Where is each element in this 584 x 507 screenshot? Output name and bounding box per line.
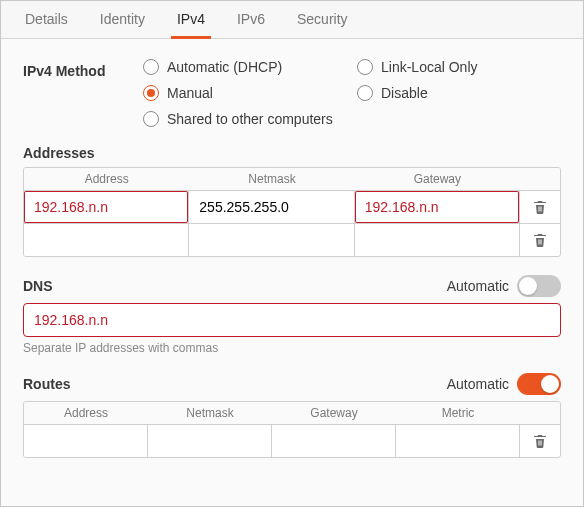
tab-details[interactable]: Details bbox=[9, 1, 84, 38]
netmask-input[interactable] bbox=[189, 224, 353, 256]
routes-header-address: Address bbox=[24, 402, 148, 424]
ipv4-method-label: IPv4 Method bbox=[23, 59, 143, 79]
ipv4-method-section: IPv4 Method Automatic (DHCP) Link-Local … bbox=[23, 59, 561, 127]
trash-icon bbox=[532, 433, 548, 449]
address-row bbox=[24, 190, 560, 223]
radio-icon bbox=[143, 85, 159, 101]
trash-icon bbox=[532, 232, 548, 248]
routes-automatic-label: Automatic bbox=[447, 376, 509, 392]
dns-automatic-switch[interactable] bbox=[517, 275, 561, 297]
dns-input[interactable] bbox=[23, 303, 561, 337]
dns-automatic-label: Automatic bbox=[447, 278, 509, 294]
network-settings-window: Details Identity IPv4 IPv6 Security IPv4… bbox=[0, 0, 584, 507]
radio-icon bbox=[357, 85, 373, 101]
trash-icon bbox=[532, 199, 548, 215]
radio-disable[interactable]: Disable bbox=[357, 85, 561, 101]
routes-header-row: Routes Automatic bbox=[23, 373, 561, 395]
tab-identity[interactable]: Identity bbox=[84, 1, 161, 38]
addresses-title: Addresses bbox=[23, 145, 561, 161]
radio-link-local[interactable]: Link-Local Only bbox=[357, 59, 561, 75]
route-gateway-input[interactable] bbox=[272, 425, 395, 457]
routes-title: Routes bbox=[23, 376, 70, 392]
route-address-input[interactable] bbox=[24, 425, 147, 457]
route-metric-input[interactable] bbox=[396, 425, 519, 457]
radio-automatic-dhcp[interactable]: Automatic (DHCP) bbox=[143, 59, 347, 75]
addresses-header-netmask: Netmask bbox=[189, 168, 354, 190]
routes-header-netmask: Netmask bbox=[148, 402, 272, 424]
dns-title: DNS bbox=[23, 278, 53, 294]
routes-header-metric: Metric bbox=[396, 402, 520, 424]
addresses-table: Address Netmask Gateway bbox=[23, 167, 561, 257]
dns-hint: Separate IP addresses with commas bbox=[23, 341, 561, 355]
routes-header-spacer bbox=[520, 402, 560, 424]
gateway-input[interactable] bbox=[355, 191, 519, 223]
gateway-input[interactable] bbox=[355, 224, 519, 256]
delete-row-button[interactable] bbox=[520, 224, 560, 256]
ipv4-method-options: Automatic (DHCP) Link-Local Only Manual … bbox=[143, 59, 561, 127]
content-area: IPv4 Method Automatic (DHCP) Link-Local … bbox=[1, 39, 583, 486]
addresses-header-gateway: Gateway bbox=[355, 168, 520, 190]
delete-route-button[interactable] bbox=[520, 425, 560, 457]
address-input[interactable] bbox=[24, 224, 188, 256]
address-row bbox=[24, 223, 560, 256]
route-row bbox=[24, 424, 560, 457]
tab-bar: Details Identity IPv4 IPv6 Security bbox=[1, 1, 583, 39]
radio-icon bbox=[143, 111, 159, 127]
tab-ipv4[interactable]: IPv4 bbox=[161, 1, 221, 38]
radio-manual[interactable]: Manual bbox=[143, 85, 347, 101]
routes-automatic-switch[interactable] bbox=[517, 373, 561, 395]
radio-icon bbox=[357, 59, 373, 75]
routes-header-gateway: Gateway bbox=[272, 402, 396, 424]
radio-shared[interactable]: Shared to other computers bbox=[143, 111, 561, 127]
radio-icon bbox=[143, 59, 159, 75]
addresses-header-address: Address bbox=[24, 168, 189, 190]
tab-security[interactable]: Security bbox=[281, 1, 364, 38]
delete-row-button[interactable] bbox=[520, 191, 560, 223]
tab-ipv6[interactable]: IPv6 bbox=[221, 1, 281, 38]
netmask-input[interactable] bbox=[189, 191, 353, 223]
addresses-header: Address Netmask Gateway bbox=[24, 168, 560, 190]
dns-header-row: DNS Automatic bbox=[23, 275, 561, 297]
routes-header: Address Netmask Gateway Metric bbox=[24, 402, 560, 424]
address-input[interactable] bbox=[24, 191, 188, 223]
routes-table: Address Netmask Gateway Metric bbox=[23, 401, 561, 458]
route-netmask-input[interactable] bbox=[148, 425, 271, 457]
addresses-header-spacer bbox=[520, 168, 560, 190]
